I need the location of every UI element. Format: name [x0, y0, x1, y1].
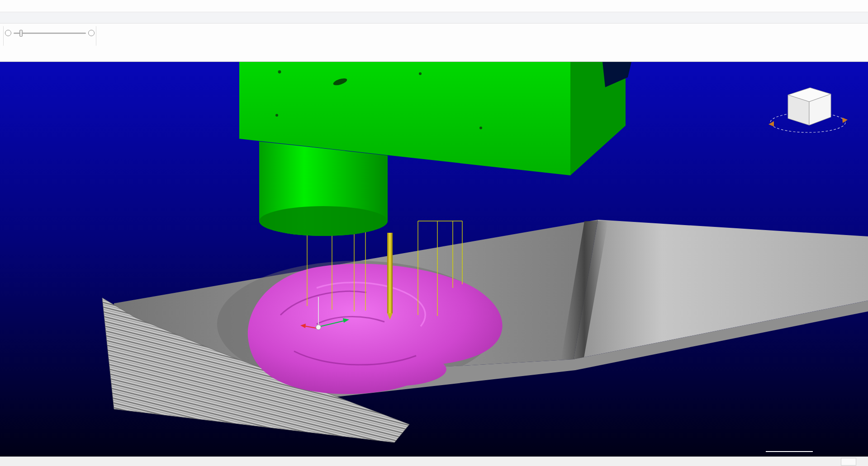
ribbon-separator: [3, 26, 4, 46]
slider-increase-button[interactable]: [88, 30, 95, 36]
title-bar: [0, 0, 868, 12]
viewport-3d[interactable]: [0, 62, 868, 457]
slider-handle[interactable]: [19, 30, 23, 37]
ribbon-group-simulation: [0, 24, 99, 61]
status-right-section: [841, 457, 868, 466]
viewport-3d-canvas[interactable]: [0, 62, 868, 457]
maximize-button[interactable]: [826, 0, 847, 12]
triangle-count-readout: [841, 458, 856, 466]
status-bar: [0, 457, 868, 466]
slider-decrease-button[interactable]: [5, 30, 11, 36]
simulation-speed-slider: [5, 24, 95, 54]
slider-track[interactable]: [14, 33, 86, 34]
minimize-button[interactable]: [806, 0, 826, 12]
ribbon-separator-end: [96, 26, 96, 46]
axis-origin-ball: [316, 325, 321, 330]
ribbon: [0, 24, 868, 62]
close-button[interactable]: [847, 0, 868, 12]
scale-indicator: [766, 450, 813, 452]
tool-shaft: [387, 233, 393, 320]
spindle-cylinder: [259, 141, 388, 236]
menu-bar: [0, 12, 868, 24]
window-controls: [806, 0, 868, 12]
